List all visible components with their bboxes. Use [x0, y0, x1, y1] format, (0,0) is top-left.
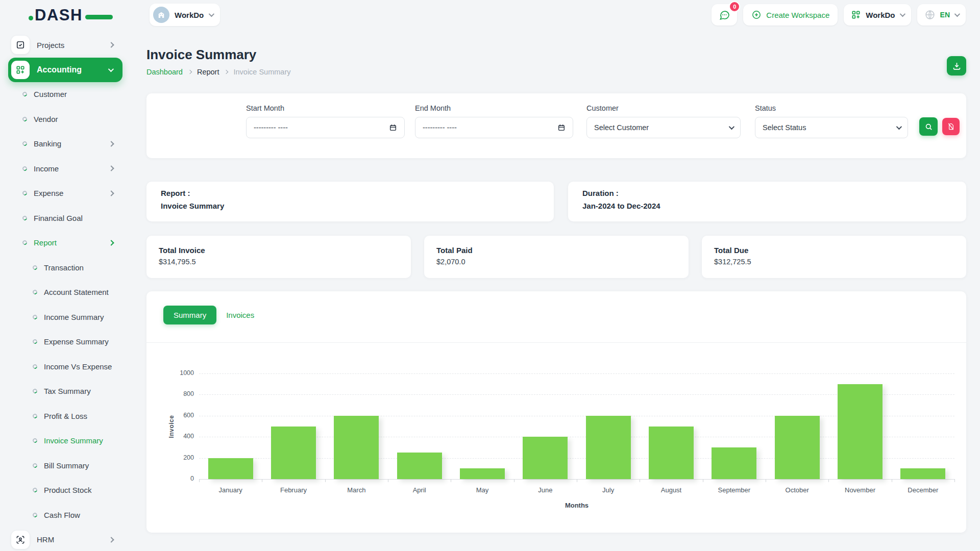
start-month-field: Start Month --------- ----	[246, 104, 405, 158]
chevron-down-icon	[896, 124, 902, 130]
logo-dot-icon	[29, 16, 33, 20]
y-tick-label: 600	[174, 412, 194, 419]
sidebar-item-invoice-summary[interactable]: Invoice Summary	[0, 429, 132, 454]
create-workspace-label: Create Workspace	[766, 11, 829, 19]
sidebar-item-expense-summary[interactable]: Expense Summary	[0, 330, 132, 355]
bar-december[interactable]	[900, 468, 945, 479]
bar-september[interactable]	[712, 447, 756, 479]
x-tick-mark	[703, 479, 703, 482]
chevron-down-icon	[954, 11, 960, 17]
sidebar-item-hrm[interactable]: HRM	[0, 528, 132, 551]
bullet-icon	[32, 289, 38, 295]
customer-select[interactable]: Select Customer	[586, 117, 741, 138]
bar-august[interactable]	[649, 427, 694, 480]
sidebar-item-label: Invoice Summary	[44, 436, 103, 445]
x-tick-mark	[828, 479, 829, 482]
plus-circle-icon	[751, 10, 762, 20]
duration-card: Duration : Jan-2024 to Dec-2024	[568, 182, 966, 221]
bullet-icon	[21, 240, 28, 246]
bar-july[interactable]	[586, 416, 631, 479]
reset-filter-button[interactable]	[942, 118, 960, 135]
app-root: DASH WorkDo 0 Create Workspace WorkDo	[0, 0, 980, 551]
workdo-menu-button[interactable]: WorkDo	[844, 4, 911, 26]
sidebar-item-customer[interactable]: Customer	[0, 82, 132, 107]
sidebar-item-account-statement[interactable]: Account Statement	[0, 280, 132, 305]
sidebar-item-expense[interactable]: Expense	[0, 181, 132, 206]
tabs-divider	[146, 342, 966, 343]
sidebar-item-label: Cash Flow	[44, 511, 80, 519]
sidebar-item-profit-loss[interactable]: Profit & Loss	[0, 404, 132, 429]
download-button[interactable]	[947, 56, 966, 76]
total-label: Total Paid	[436, 246, 676, 255]
sidebar-item-label: Customer	[34, 90, 67, 98]
breadcrumb-dashboard[interactable]: Dashboard	[146, 68, 183, 76]
breadcrumb-report[interactable]: Report	[197, 68, 219, 76]
x-tick-mark	[577, 479, 577, 482]
x-axis-title: Months	[199, 502, 954, 509]
end-month-input[interactable]: --------- ----	[415, 117, 573, 138]
sidebar-item-banking[interactable]: Banking	[0, 132, 132, 157]
sidebar-item-accounting[interactable]: Accounting	[8, 58, 122, 82]
messenger-button[interactable]: 0	[712, 4, 737, 26]
sidebar-item-label: Vendor	[34, 115, 58, 123]
y-tick-label: 400	[174, 433, 194, 440]
create-workspace-button[interactable]: Create Workspace	[743, 4, 838, 26]
tab-summary[interactable]: Summary	[163, 306, 216, 324]
calendar-icon[interactable]	[389, 123, 397, 132]
bullet-icon	[32, 487, 38, 493]
sidebar-item-product-stock[interactable]: Product Stock	[0, 478, 132, 503]
status-select[interactable]: Select Status	[755, 117, 908, 138]
bar-february[interactable]	[271, 427, 316, 480]
sidebar-item-income-summary[interactable]: Income Summary	[0, 305, 132, 330]
chevron-right-icon	[108, 537, 114, 542]
bullet-icon	[21, 215, 28, 221]
workspace-name: WorkDo	[175, 11, 204, 19]
bar-october[interactable]	[775, 416, 820, 479]
calendar-icon[interactable]	[557, 123, 566, 132]
dash-logo[interactable]: DASH	[35, 6, 99, 24]
duration-label: Duration :	[582, 188, 952, 198]
bar-may[interactable]	[460, 468, 505, 479]
sidebar-item-transaction[interactable]: Transaction	[0, 255, 132, 280]
sidebar-item-report[interactable]: Report	[0, 231, 132, 256]
x-tick-label: March	[325, 486, 388, 494]
tab-invoices[interactable]: Invoices	[226, 311, 254, 319]
customer-select-value: Select Customer	[594, 123, 729, 132]
bar-june[interactable]	[523, 437, 568, 479]
language-selector[interactable]: EN	[917, 4, 966, 26]
sidebar-item-income-vs-expense[interactable]: Income Vs Expense	[0, 354, 132, 379]
chevron-down-icon	[729, 124, 734, 130]
x-tick-mark	[388, 479, 388, 482]
apply-filter-button[interactable]	[919, 117, 938, 136]
bullet-icon	[32, 314, 38, 320]
start-month-label: Start Month	[246, 104, 405, 112]
end-month-label: End Month	[415, 104, 573, 112]
sidebar-item-financial-goal[interactable]: Financial Goal	[0, 206, 132, 231]
sidebar-item-tax-summary[interactable]: Tax Summary	[0, 379, 132, 404]
bullet-icon	[32, 339, 38, 345]
bar-march[interactable]	[334, 416, 379, 479]
total-card-total-paid: Total Paid$2,070.0	[424, 236, 689, 278]
sidebar-item-label: Product Stock	[44, 486, 91, 494]
end-month-field: End Month --------- ----	[415, 104, 573, 158]
start-month-input[interactable]: --------- ----	[246, 117, 405, 138]
sidebar-item-vendor[interactable]: Vendor	[0, 107, 132, 132]
bar-november[interactable]	[838, 384, 883, 479]
workspace-selector[interactable]: WorkDo	[150, 4, 220, 26]
sidebar-item-cash-flow[interactable]: Cash Flow	[0, 503, 132, 528]
sidebar-item-label: Report	[34, 238, 57, 247]
x-tick-mark	[954, 479, 955, 482]
bullet-icon	[21, 165, 28, 171]
total-value: $314,795.5	[159, 258, 399, 266]
sidebar-item-income[interactable]: Income	[0, 156, 132, 181]
sidebar-item-bill-summary[interactable]: Bill Summary	[0, 453, 132, 478]
sidebar-item-projects[interactable]: Projects	[0, 33, 132, 58]
report-info-row: Report : Invoice Summary Duration : Jan-…	[146, 182, 966, 221]
customer-label: Customer	[586, 104, 741, 112]
grid-plus-icon	[851, 10, 861, 20]
main-content: Invoice Summary Dashboard Report Invoice…	[132, 30, 980, 551]
total-label: Total Invoice	[159, 246, 399, 255]
bar-april[interactable]	[397, 453, 442, 479]
user-scan-icon	[11, 531, 30, 549]
bar-january[interactable]	[208, 458, 253, 479]
